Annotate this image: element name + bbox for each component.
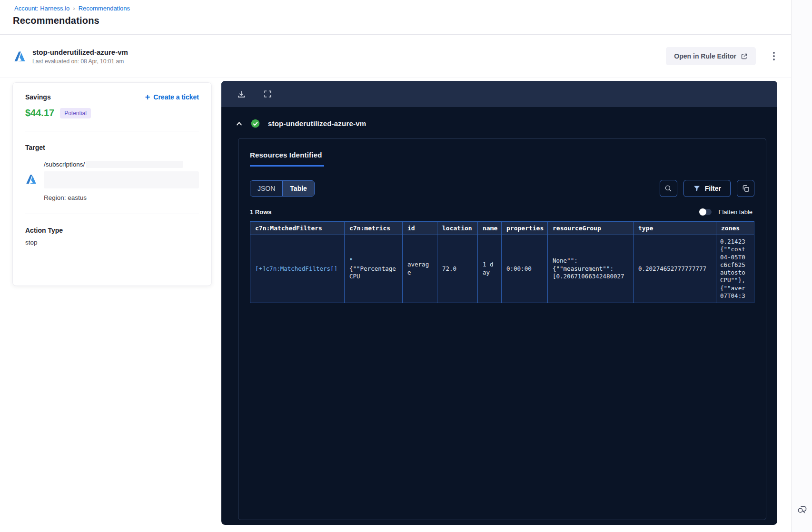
table-view-button[interactable]: Table [283, 181, 314, 196]
download-icon [237, 89, 246, 99]
region-text: Region: eastus [44, 194, 199, 201]
savings-label: Savings [25, 93, 51, 101]
target-path: /subscriptions/ [44, 161, 85, 168]
chat-support-icon[interactable] [796, 503, 808, 515]
cell-name: 1 day [478, 235, 502, 303]
table-header-row: c7n:MatchedFilters c7n:metrics id locati… [250, 222, 754, 235]
plus-icon: + [145, 94, 150, 100]
more-options-menu[interactable] [770, 51, 778, 61]
filter-funnel-icon [693, 185, 701, 192]
table-controls: JSON Table Filter [250, 180, 754, 197]
savings-amount: $44.17 [25, 108, 54, 118]
potential-badge: Potential [60, 108, 91, 118]
col-metrics: c7n:metrics [345, 222, 403, 235]
cell-resource-group: None"": {""measurement"": [0.20671066342… [548, 235, 634, 303]
azure-icon [13, 50, 26, 63]
chevron-up-icon [236, 121, 243, 127]
cell-metrics: " {""Percentage CPU [345, 235, 403, 303]
collapse-button[interactable] [236, 121, 243, 127]
resource-title-row: stop-underutilized-azure-vm [221, 107, 777, 128]
flatten-table-label: Flatten table [718, 208, 753, 216]
target-label: Target [25, 144, 199, 151]
resources-table: c7n:MatchedFilters c7n:metrics id locati… [250, 221, 754, 303]
search-button[interactable] [660, 180, 677, 197]
success-check-icon [251, 119, 260, 128]
tab-resources-identified[interactable]: Resources Identified [250, 150, 324, 167]
flatten-table-toggle[interactable] [699, 209, 712, 215]
create-ticket-label: Create a ticket [153, 93, 199, 101]
search-icon [664, 184, 673, 193]
results-panel: stop-underutilized-azure-vm Resources Id… [221, 81, 777, 525]
open-rule-editor-button[interactable]: Open in Rule Editor [666, 47, 756, 65]
col-zones: zones [716, 222, 754, 235]
open-rule-editor-label: Open in Rule Editor [674, 52, 736, 60]
kebab-menu-icon [770, 51, 778, 61]
download-button[interactable] [237, 89, 246, 99]
col-resource-group: resourceGroup [548, 222, 634, 235]
table-row: [+]c7n:MatchedFilters[] " {""Percentage … [250, 235, 754, 303]
cell-properties: 0:00:00 [502, 235, 548, 303]
recommendation-title: stop-underutilized-azure-vm [32, 48, 128, 56]
redacted-target-text [86, 161, 183, 168]
fullscreen-button[interactable] [263, 89, 272, 99]
copy-icon [742, 184, 750, 193]
filter-label: Filter [705, 185, 721, 192]
card-divider-2 [25, 214, 199, 214]
col-properties: properties [502, 222, 548, 235]
summary-card: Savings + Create a ticket $44.17 Potenti… [12, 82, 212, 286]
breadcrumb-recommendations-link[interactable]: Recommendations [79, 5, 130, 12]
last-evaluated-text: Last evaluated on: 08 Apr, 10:01 am [32, 58, 128, 65]
breadcrumb-account-link[interactable]: Account: Harness.io [14, 5, 69, 12]
toggle-knob [699, 208, 706, 216]
json-view-button[interactable]: JSON [250, 181, 283, 196]
action-type-label: Action Type [25, 227, 199, 234]
cell-type: 0.20274652777777777 [634, 235, 716, 303]
filter-button[interactable]: Filter [683, 180, 731, 197]
copy-button[interactable] [737, 180, 754, 197]
external-link-icon [741, 53, 748, 60]
rows-bar: 1 Rows Flatten table [250, 208, 754, 216]
breadcrumb: Account: Harness.io › Recommendations [14, 5, 130, 12]
redacted-target-block [44, 171, 199, 188]
fullscreen-icon [263, 89, 272, 99]
recommendations-page: Account: Harness.io › Recommendations Re… [0, 0, 812, 532]
cell-location: 72.0 [437, 235, 478, 303]
panel-toolbar [221, 81, 777, 107]
view-toggle: JSON Table [250, 180, 315, 197]
action-type-value: stop [25, 239, 199, 246]
page-title: Recommendations [13, 15, 99, 26]
section-divider [0, 78, 791, 78]
resources-box: Resources Identified JSON Table [238, 138, 766, 520]
cell-zones: 0.21423 {""cost 04-05T0 c6cf625 autosto … [716, 235, 754, 303]
col-location: location [437, 222, 478, 235]
right-rail [791, 0, 812, 532]
col-id: id [403, 222, 437, 235]
recommendation-header: stop-underutilized-azure-vm Last evaluat… [13, 35, 791, 78]
rows-count: 1 Rows [250, 208, 272, 216]
create-ticket-button[interactable]: + Create a ticket [145, 93, 199, 101]
matched-filters-expander[interactable]: [+]c7n:MatchedFilters[] [250, 235, 345, 303]
breadcrumb-separator: › [73, 5, 75, 12]
cell-id: average [403, 235, 437, 303]
azure-icon-small [25, 173, 37, 185]
col-name: name [478, 222, 502, 235]
col-matched-filters: c7n:MatchedFilters [250, 222, 345, 235]
col-type: type [634, 222, 716, 235]
resource-title: stop-underutilized-azure-vm [268, 119, 366, 128]
card-divider [25, 131, 199, 131]
